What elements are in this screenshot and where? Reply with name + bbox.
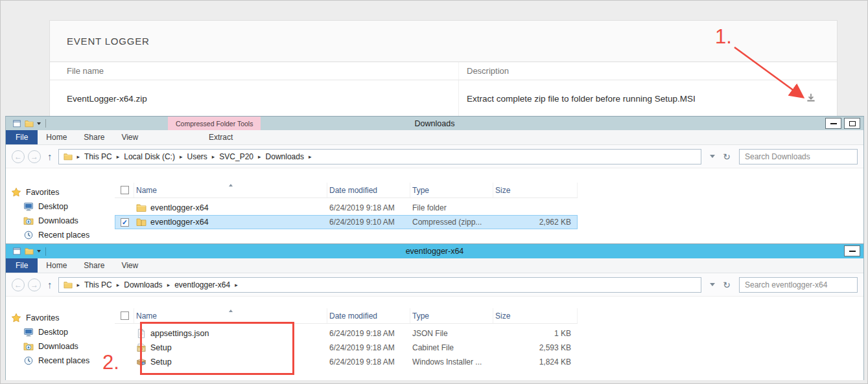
crumb-downloads[interactable]: Downloads bbox=[124, 280, 162, 289]
column-header-date-modified[interactable]: Date modified bbox=[327, 308, 410, 323]
breadcrumb-separator-icon: ▸ bbox=[258, 153, 261, 160]
explorer-app-icon[interactable] bbox=[12, 119, 21, 128]
breadcrumb[interactable]: ▸ This PC ▸ Local Disk (C:) ▸ Users ▸ SV… bbox=[58, 149, 702, 164]
address-dropdown-icon[interactable] bbox=[710, 283, 715, 286]
sidebar-item-downloads[interactable]: Downloads bbox=[6, 214, 115, 228]
file-row-appsettings-json[interactable]: appsettings.json 6/24/2019 9:18 AM JSON … bbox=[115, 326, 578, 341]
event-logger-card: EVENT LOGGER File name Description Event… bbox=[49, 20, 838, 116]
quick-access-caret-icon[interactable] bbox=[37, 250, 41, 253]
sidebar-item-desktop[interactable]: Desktop bbox=[6, 325, 115, 339]
file-list: Name Date modified Type Size appsettings… bbox=[115, 297, 578, 369]
back-button[interactable]: ← bbox=[12, 278, 25, 291]
crumb-this-pc[interactable]: This PC bbox=[84, 280, 112, 289]
star-icon bbox=[11, 187, 21, 198]
crumb-users[interactable]: Users bbox=[187, 152, 207, 161]
select-all-checkbox[interactable] bbox=[121, 311, 129, 320]
titlebar[interactable]: eventlogger-x64 bbox=[6, 244, 863, 258]
address-bar: ← → ↑ ▸ This PC ▸ Local Disk (C:) ▸ User… bbox=[6, 145, 863, 168]
file-row-eventlogger-folder[interactable]: eventlogger-x64 6/24/2019 9:18 AM File f… bbox=[115, 201, 578, 215]
page-title: EVENT LOGGER bbox=[67, 36, 150, 47]
web-table-row: EventLogger-x64.zip Extract complete zip… bbox=[50, 80, 837, 117]
zip-folder-icon bbox=[136, 217, 147, 227]
forward-button[interactable]: → bbox=[28, 278, 41, 291]
tab-view[interactable]: View bbox=[113, 258, 147, 273]
file-row-eventlogger-zip[interactable]: ✓ eventlogger-x64 6/24/2019 9:10 AM Comp… bbox=[115, 215, 578, 229]
desktop-icon bbox=[23, 327, 34, 337]
minimize-button[interactable] bbox=[825, 118, 841, 129]
search-input[interactable] bbox=[739, 277, 858, 293]
folder-icon[interactable] bbox=[25, 247, 34, 256]
star-icon bbox=[11, 313, 21, 323]
breadcrumb-separator-icon: ▸ bbox=[309, 153, 312, 160]
forward-button[interactable]: → bbox=[28, 150, 41, 163]
sidebar-item-recent-places[interactable]: Recent places bbox=[6, 228, 115, 242]
tab-share[interactable]: Share bbox=[75, 258, 113, 273]
folder-icon bbox=[136, 203, 147, 213]
back-button[interactable]: ← bbox=[12, 150, 25, 163]
titlebar[interactable]: Compressed Folder Tools Downloads bbox=[6, 117, 863, 130]
contextual-tab-compressed-folder-tools[interactable]: Compressed Folder Tools bbox=[168, 117, 261, 130]
folder-icon[interactable] bbox=[25, 119, 34, 128]
column-header-size[interactable]: Size bbox=[493, 308, 578, 323]
sidebar-item-recent-places[interactable]: Recent places bbox=[6, 354, 115, 368]
column-header-name[interactable]: Name bbox=[134, 308, 327, 323]
recent-places-icon bbox=[23, 356, 34, 366]
column-header-date-modified[interactable]: Date modified bbox=[327, 183, 410, 198]
sidebar-favorites[interactable]: Favorites bbox=[6, 185, 115, 199]
breadcrumb-separator-icon: ▸ bbox=[117, 282, 120, 288]
tab-file[interactable]: File bbox=[6, 130, 38, 144]
crumb-local-disk[interactable]: Local Disk (C:) bbox=[124, 152, 175, 161]
column-header-type[interactable]: Type bbox=[410, 183, 493, 198]
sidebar-item-downloads[interactable]: Downloads bbox=[6, 339, 115, 354]
row-checkbox-checked[interactable]: ✓ bbox=[121, 218, 129, 227]
search-input[interactable] bbox=[739, 149, 858, 164]
downloads-icon bbox=[23, 341, 34, 352]
separator bbox=[45, 247, 46, 256]
refresh-icon[interactable]: ↻ bbox=[723, 280, 731, 289]
breadcrumb-separator-icon: ▸ bbox=[235, 282, 238, 288]
crumb-downloads[interactable]: Downloads bbox=[266, 152, 304, 161]
sidebar-item-desktop[interactable]: Desktop bbox=[6, 199, 115, 214]
column-header-name[interactable]: Name bbox=[134, 183, 327, 198]
file-list: Name Date modified Type Size eventlogger… bbox=[115, 168, 578, 229]
file-row-setup-cab[interactable]: Setup 6/24/2019 9:18 AM Cabinet File 2,5… bbox=[115, 341, 578, 355]
select-all-checkbox[interactable] bbox=[121, 186, 129, 194]
address-folder-icon bbox=[64, 152, 73, 161]
card-header: EVENT LOGGER bbox=[50, 21, 837, 62]
up-button[interactable]: ↑ bbox=[47, 151, 53, 162]
download-button[interactable] bbox=[804, 91, 817, 106]
refresh-icon[interactable]: ↻ bbox=[723, 152, 731, 161]
minimize-button[interactable] bbox=[844, 245, 860, 256]
sort-ascending-icon bbox=[229, 310, 233, 312]
address-dropdown-icon[interactable] bbox=[710, 155, 715, 158]
tab-home[interactable]: Home bbox=[38, 130, 75, 144]
tab-view[interactable]: View bbox=[113, 130, 147, 144]
column-header-size[interactable]: Size bbox=[493, 183, 578, 198]
desktop-icon bbox=[23, 201, 34, 212]
explorer-app-icon[interactable] bbox=[12, 247, 21, 256]
up-button[interactable]: ↑ bbox=[47, 279, 53, 290]
breadcrumb[interactable]: ▸ This PC ▸ Downloads ▸ eventlogger-x64 … bbox=[58, 277, 702, 293]
breadcrumb-separator-icon: ▸ bbox=[180, 153, 183, 160]
quick-access-caret-icon[interactable] bbox=[37, 122, 41, 125]
quick-access-toolbar bbox=[6, 119, 47, 128]
maximize-icon bbox=[849, 121, 856, 126]
sort-ascending-icon bbox=[229, 184, 233, 186]
tab-home[interactable]: Home bbox=[38, 258, 75, 273]
file-row-setup-msi[interactable]: Setup 6/24/2019 9:18 AM Windows Installe… bbox=[115, 355, 578, 369]
maximize-button[interactable] bbox=[844, 118, 860, 129]
sidebar-favorites[interactable]: Favorites bbox=[6, 311, 115, 325]
tab-share[interactable]: Share bbox=[75, 130, 113, 144]
explorer-window-eventlogger: eventlogger-x64 File Home Share View ← →… bbox=[5, 243, 864, 380]
webpage-section: EVENT LOGGER File name Description Event… bbox=[1, 1, 867, 116]
tab-extract[interactable]: Extract bbox=[200, 130, 241, 142]
sidebar-favorites-label: Favorites bbox=[26, 188, 59, 197]
crumb-this-pc[interactable]: This PC bbox=[84, 152, 112, 161]
sidebar-favorites-label: Favorites bbox=[26, 313, 59, 322]
column-header-type[interactable]: Type bbox=[410, 308, 493, 323]
crumb-eventlogger-x64[interactable]: eventlogger-x64 bbox=[174, 280, 230, 289]
navigation-pane: Favorites Desktop Downloads Recent place… bbox=[6, 311, 115, 368]
crumb-svc-p20[interactable]: SVC_P20 bbox=[219, 152, 253, 161]
tab-file[interactable]: File bbox=[6, 258, 38, 273]
web-table-header: File name Description bbox=[50, 62, 837, 80]
